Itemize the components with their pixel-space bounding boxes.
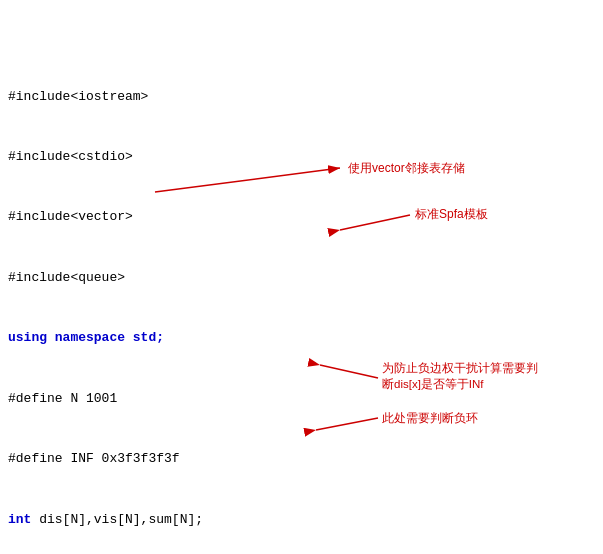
arrow-inf-check xyxy=(320,365,378,378)
code-line-7: #define INF 0x3f3f3f3f xyxy=(8,449,595,469)
code-line-1: #include<iostream> xyxy=(8,87,595,107)
code-line-2: #include<cstdio> xyxy=(8,147,595,167)
arrow-negative-cycle xyxy=(316,418,378,430)
arrow-vector xyxy=(155,168,340,192)
code-line-5: using namespace std; xyxy=(8,328,595,348)
code-line-4: #include<queue> xyxy=(8,268,595,288)
code-line-8: int dis[N],vis[N],sum[N]; xyxy=(8,510,595,530)
code-line-6: #define N 1001 xyxy=(8,389,595,409)
annotation-inf-check-1: 为防止负边权干扰计算需要判 xyxy=(382,362,538,374)
code-line-3: #include<vector> xyxy=(8,207,595,227)
code-editor: #include<iostream> #include<cstdio> #inc… xyxy=(0,0,603,554)
annotation-negative-cycle: 此处需要判断负环 xyxy=(382,412,478,424)
